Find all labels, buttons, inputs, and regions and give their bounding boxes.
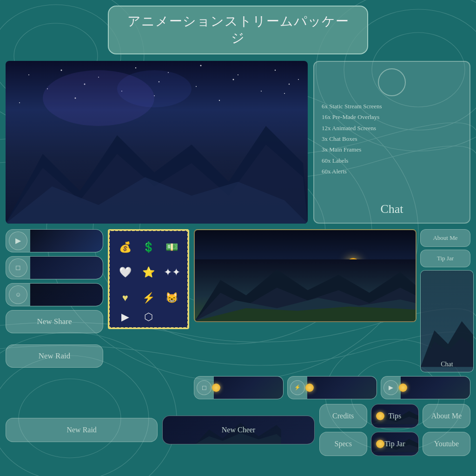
new-raid-button[interactable]: New Raid	[6, 344, 103, 368]
tips-label: Tips	[388, 412, 401, 420]
side-buttons: About Me Tip Jar Chat	[420, 229, 470, 372]
new-raid-bottom-label: New Raid	[66, 426, 96, 434]
about-me-grid-label: About Me	[431, 412, 462, 420]
about-me-grid-button[interactable]: About Me	[423, 404, 470, 428]
svg-point-15	[61, 69, 62, 71]
svg-point-19	[200, 65, 202, 66]
specs-button[interactable]: Specs	[319, 432, 367, 456]
svg-point-20	[238, 74, 238, 75]
medium-preview	[194, 229, 416, 322]
sticker-stars: ✦✦	[164, 266, 180, 278]
new-cheer-button[interactable]: New Cheer	[162, 416, 314, 444]
credits-button[interactable]: Credits	[319, 404, 367, 428]
middle-section: About Me Tip Jar Chat	[194, 229, 470, 399]
grid-buttons: Credits Tips About Me Specs	[319, 404, 470, 456]
chat-preview-box: Chat	[420, 270, 474, 372]
left-buttons: ▶ ◻ ☺ New Share New Raid	[6, 229, 103, 368]
new-cheer-label: New Cheer	[222, 426, 255, 434]
svg-point-27	[196, 86, 197, 87]
title-box: アニメーションストリームパッケージ	[108, 6, 368, 54]
chat-preview-label: Chat	[441, 361, 453, 368]
svg-point-21	[275, 70, 276, 71]
preview-and-side: About Me Tip Jar Chat	[194, 229, 470, 372]
svg-point-17	[135, 67, 136, 68]
svg-point-37	[117, 70, 192, 107]
small-preview-3: ▶	[381, 376, 470, 399]
sticker-coins-2: 💲	[142, 241, 155, 253]
main-container: アニメーションストリームパッケージ	[0, 0, 476, 476]
sun-dot-2	[305, 383, 314, 392]
svg-point-28	[233, 79, 234, 80]
small-preview-row: ◻ ⚡ ▶	[194, 376, 470, 399]
sun-dot-3	[399, 383, 407, 392]
sp-bg-1	[214, 377, 283, 399]
info-item-6: 60x Labels	[322, 155, 462, 166]
info-item-2: 16x Pre-Made Overlays	[322, 112, 462, 122]
sticker-heart-1: 🤍	[119, 266, 132, 278]
sticker-discord: 😸	[165, 292, 178, 304]
sticker-camera: ⬡	[144, 311, 153, 323]
tip-jar-sun	[376, 440, 384, 448]
title-text: アニメーションストリームパッケージ	[123, 13, 353, 47]
svg-point-29	[261, 91, 262, 92]
small-preview-1: ◻	[194, 376, 284, 399]
instagram-scene-button[interactable]: ◻	[6, 256, 103, 279]
sp-icon-1: ◻	[197, 380, 212, 395]
svg-point-31	[19, 102, 20, 103]
svg-point-35	[284, 93, 285, 94]
tips-button[interactable]: Tips	[371, 404, 419, 428]
info-list: 6x Static Stream Screens 16x Pre-Made Ov…	[322, 101, 462, 177]
tips-sun	[376, 412, 384, 420]
info-circle-decoration	[378, 68, 406, 96]
new-raid-bottom-button[interactable]: New Raid	[6, 418, 158, 442]
chat-label: Chat	[322, 202, 462, 216]
bottom-row: ▶ ◻ ☺ New Share New Raid 💰 💲 �	[6, 229, 470, 399]
tip-jar-grid-label: Tip Jar	[384, 440, 405, 448]
svg-point-34	[219, 100, 220, 101]
youtube-scene-button[interactable]: ▶	[6, 229, 103, 252]
small-preview-2: ⚡	[287, 376, 377, 399]
sp-icon-2: ⚡	[290, 380, 305, 395]
sp-bg-3	[401, 377, 470, 399]
sticker-money: 💵	[165, 241, 178, 253]
sticker-twitch: ⚡	[142, 292, 155, 304]
svg-point-22	[298, 79, 299, 80]
preview-medium-wrapper	[194, 229, 416, 372]
new-share-label: New Share	[37, 317, 72, 326]
tip-jar-button[interactable]: Tip Jar	[420, 250, 470, 267]
specs-label: Specs	[335, 440, 352, 448]
sp-icon-3: ▶	[383, 380, 398, 395]
youtube-grid-button[interactable]: Youtube	[423, 432, 470, 456]
info-item-4: 3x Chat Boxes	[322, 133, 462, 144]
chat-mountain-bg	[421, 271, 473, 372]
youtube-grid-label: Youtube	[434, 440, 459, 448]
info-item-3: 12x Animated Screens	[322, 123, 462, 133]
credits-label: Credits	[332, 412, 354, 420]
new-raid-label: New Raid	[39, 351, 70, 361]
sticker-panel: 💰 💲 💵 🤍 ⭐ ✦✦ ♥ ⚡ 😸 ▶ ⬡	[108, 229, 189, 329]
new-share-button[interactable]: New Share	[6, 310, 103, 333]
info-item-1: 6x Static Stream Screens	[322, 101, 462, 112]
info-item-5: 3x Main Frames	[322, 144, 462, 155]
youtube-icon: ▶	[9, 231, 27, 250]
about-me-label: About Me	[433, 234, 457, 242]
info-panel: 6x Static Stream Screens 16x Pre-Made Ov…	[313, 61, 470, 224]
tip-jar-label: Tip Jar	[437, 255, 454, 262]
stars-decoration	[6, 61, 308, 224]
large-preview	[6, 61, 308, 224]
instagram-icon: ◻	[9, 258, 27, 277]
top-content-row: 6x Static Stream Screens 16x Pre-Made Ov…	[6, 61, 470, 224]
about-me-button[interactable]: About Me	[420, 229, 470, 247]
discord-icon: ☺	[9, 285, 27, 304]
sticker-coins-1: 💰	[119, 241, 132, 253]
sticker-play: ▶	[121, 311, 129, 323]
svg-point-14	[28, 74, 29, 75]
sticker-star-1: ⭐	[142, 266, 155, 278]
sticker-heart-2: ♥	[122, 292, 128, 304]
tip-jar-grid-button[interactable]: Tip Jar	[371, 432, 419, 456]
sp-bg-2	[307, 377, 377, 399]
svg-point-30	[289, 84, 290, 85]
very-bottom-row: New Raid New Cheer Credits Tips	[6, 404, 470, 456]
discord-scene-button[interactable]: ☺	[6, 283, 103, 306]
info-item-7: 60x Alerts	[322, 166, 462, 177]
